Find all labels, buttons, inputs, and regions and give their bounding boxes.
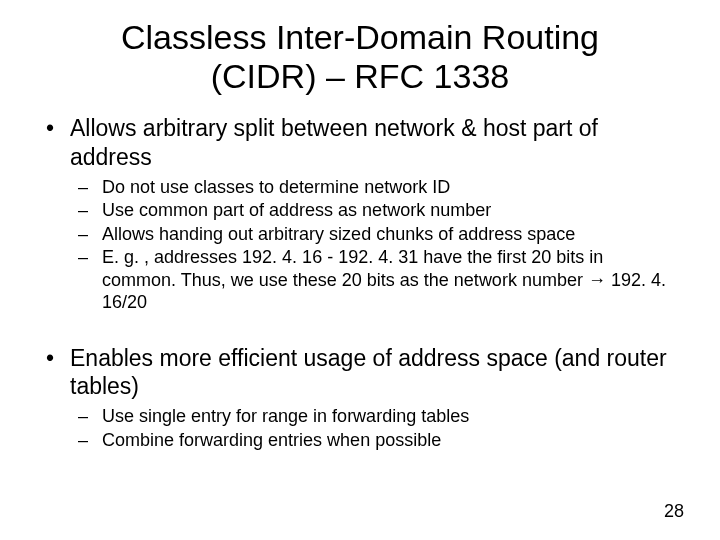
bullet-1-sublist: Do not use classes to determine network … [40, 176, 680, 314]
bullet-2-sublist: Use single entry for range in forwarding… [40, 405, 680, 451]
spacer [40, 330, 680, 344]
slide: Classless Inter-Domain Routing (CIDR) – … [0, 0, 720, 540]
bullet-2-sub-2: Combine forwarding entries when possible [40, 429, 680, 452]
slide-title: Classless Inter-Domain Routing (CIDR) – … [40, 18, 680, 96]
bullet-1-sub-1: Do not use classes to determine network … [40, 176, 680, 199]
page-number: 28 [664, 501, 684, 522]
bullet-2: Enables more efficient usage of address … [40, 344, 680, 402]
bullet-1-sub-4: E. g. , addresses 192. 4. 16 - 192. 4. 3… [40, 246, 680, 314]
title-line-2: (CIDR) – RFC 1338 [211, 57, 510, 95]
bullet-1-sub-2: Use common part of address as network nu… [40, 199, 680, 222]
bullet-list: Allows arbitrary split between network &… [40, 114, 680, 172]
bullet-1: Allows arbitrary split between network &… [40, 114, 680, 172]
bullet-2-text: Enables more efficient usage of address … [70, 345, 667, 400]
bullet-list-2: Enables more efficient usage of address … [40, 344, 680, 402]
bullet-2-sub-1: Use single entry for range in forwarding… [40, 405, 680, 428]
bullet-1-sub-3: Allows handing out arbitrary sized chunk… [40, 223, 680, 246]
bullet-1-text: Allows arbitrary split between network &… [70, 115, 598, 170]
title-line-1: Classless Inter-Domain Routing [121, 18, 599, 56]
